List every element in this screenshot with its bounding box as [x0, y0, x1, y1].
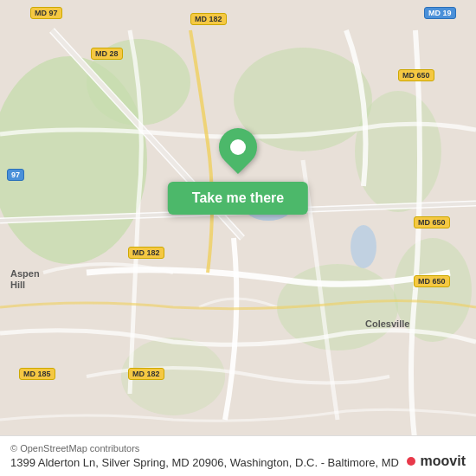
- place-label-colesville: Colesville: [365, 318, 409, 329]
- place-label-aspen-hill: AspenHill: [10, 268, 40, 291]
- moovit-logo: moovit: [407, 453, 466, 469]
- badge-md182-top: MD 182: [190, 13, 227, 25]
- badge-i97: 97: [7, 169, 24, 181]
- svg-point-9: [351, 225, 376, 268]
- moovit-dot-icon: [407, 457, 415, 466]
- badge-md182-mid: MD 182: [128, 247, 164, 259]
- badge-md650-bot: MD 650: [414, 275, 450, 287]
- take-me-there-button[interactable]: Take me there: [168, 182, 308, 215]
- address-line2: Washington, D.C. - Baltimore, MD: [230, 456, 399, 469]
- map-container: MD 97 MD 28 MD 182 MD 650 MD 19 97 MD 18…: [0, 0, 476, 476]
- map-pin: [219, 128, 257, 166]
- attribution-text: © OpenStreetMap contributors: [10, 443, 466, 453]
- badge-md28: MD 28: [91, 48, 123, 60]
- badge-md650-mid: MD 650: [414, 216, 450, 228]
- address-text: 1399 Alderton Ln, Silver Spring, MD 2090…: [10, 455, 466, 471]
- badge-md185: MD 185: [19, 368, 55, 380]
- pin-inner: [230, 139, 246, 155]
- bottom-bar: © OpenStreetMap contributors 1399 Aldert…: [0, 435, 476, 476]
- address-line1: 1399 Alderton Ln, Silver Spring, MD 2090…: [10, 456, 227, 469]
- badge-md182-bot: MD 182: [128, 368, 164, 380]
- badge-md650-top: MD 650: [398, 69, 434, 81]
- moovit-brand-text: moovit: [421, 453, 466, 469]
- badge-md97-top: MD 97: [30, 7, 62, 19]
- pin-body: [211, 120, 265, 174]
- badge-md19-top: MD 19: [424, 7, 456, 19]
